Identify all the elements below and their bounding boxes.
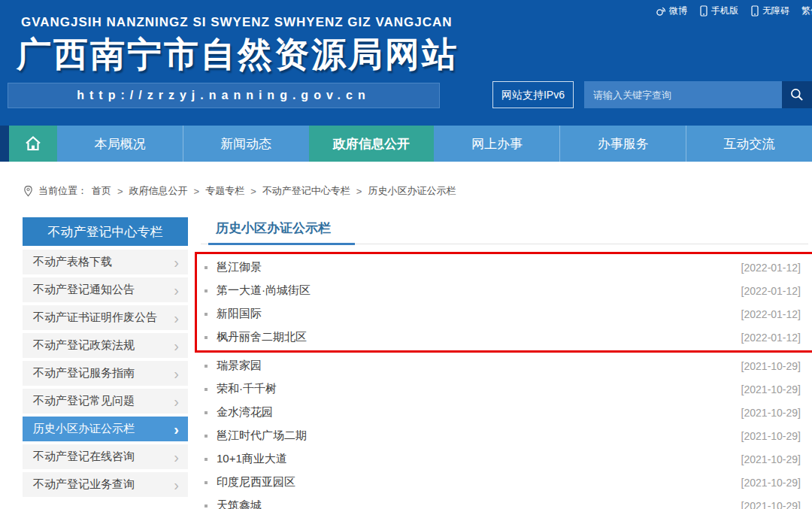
list-item-link[interactable]: 第一大道·尚城街区: [217, 283, 311, 298]
list-item: 邕江御景 [2022-01-12]: [201, 256, 808, 279]
sidebar-item-business-query[interactable]: 不动产登记业务查询›: [23, 472, 188, 497]
list-item: 瑞景家园 [2021-10-29]: [201, 354, 808, 377]
list-item-date: [2022-01-12]: [741, 262, 801, 274]
bullet-icon: [205, 289, 208, 292]
nav-edge-strip: [0, 126, 9, 162]
sidebar-item-label: 不动产登记在线咨询: [33, 450, 135, 464]
nav-home-button[interactable]: [9, 126, 57, 162]
highlight-box: 邕江御景 [2022-01-12] 第一大道·尚城街区 [2022-01-12]…: [195, 252, 812, 353]
location-pin-icon: [23, 185, 34, 198]
site-url: http://zrzyj.nanning.gov.cn: [8, 83, 440, 108]
nav-item-label: 互动交流: [724, 135, 775, 153]
bullet-icon: [205, 313, 208, 316]
nav-item-label: 网上办事: [471, 135, 523, 153]
breadcrumb-realestate-center[interactable]: 不动产登记中心专栏: [262, 184, 350, 198]
nav-item-interaction[interactable]: 互动交流: [686, 126, 812, 162]
list-item-date: [2021-10-29]: [741, 407, 801, 419]
bullet-icon: [205, 458, 208, 461]
breadcrumb-current-page[interactable]: 历史小区办证公示栏: [368, 184, 456, 198]
sidebar-item-certificate-invalidation[interactable]: 不动产证书证明作废公告›: [23, 305, 188, 330]
accessibility-icon: [750, 5, 759, 17]
list-item-link[interactable]: 印度尼西亚园区: [217, 475, 295, 489]
chevron-right-icon: ›: [174, 394, 179, 409]
bullet-icon: [205, 388, 208, 391]
list-item-link[interactable]: 邕江御景: [217, 260, 262, 274]
main-nav: 本局概况 新闻动态 政府信息公开 网上办事 办事服务 互动交流: [0, 126, 812, 162]
nav-item-label: 办事服务: [598, 135, 649, 153]
breadcrumb-home[interactable]: 首页: [92, 184, 111, 198]
weibo-link[interactable]: 微博: [656, 5, 687, 17]
list-item-link[interactable]: 邕江时代广场二期: [217, 429, 307, 443]
bullet-icon: [205, 481, 208, 484]
sidebar-item-policies[interactable]: 不动产登记政策法规›: [23, 333, 188, 358]
bullet-icon: [205, 504, 208, 507]
chevron-right-icon: ›: [174, 477, 179, 492]
sidebar-item-forms-download[interactable]: 不动产表格下载›: [23, 250, 188, 274]
breadcrumb-separator: >: [194, 186, 200, 197]
mobile-version-label: 手机版: [711, 5, 738, 17]
chevron-right-icon: ›: [174, 311, 179, 326]
list-item-link[interactable]: 荣和·千千树: [217, 382, 277, 396]
breadcrumb-separator: >: [356, 186, 362, 197]
list-item-date: [2021-10-29]: [741, 360, 801, 372]
chevron-right-icon: ›: [174, 283, 179, 298]
sidebar-item-historic-community-board[interactable]: 历史小区办证公示栏›: [23, 417, 188, 441]
list-item-link[interactable]: 10+1商业大道: [217, 452, 287, 466]
search-button[interactable]: [782, 81, 812, 108]
accessibility-link[interactable]: 无障碍: [750, 5, 789, 17]
breadcrumb-gov-info[interactable]: 政府信息公开: [129, 184, 188, 198]
list-item: 枫丹丽舍二期北区 [2022-01-12]: [201, 326, 808, 349]
list-item: 邕江时代广场二期 [2021-10-29]: [201, 424, 808, 447]
bullet-icon: [205, 266, 208, 269]
breadcrumb-special-columns[interactable]: 专题专栏: [205, 184, 244, 198]
sidebar-item-notices[interactable]: 不动产登记通知公告›: [23, 277, 188, 302]
nav-item-gov-info-disclosure[interactable]: 政府信息公开: [309, 126, 435, 162]
list-item: 10+1商业大道 [2021-10-29]: [201, 447, 808, 471]
list-item: 天筑鑫城 [2021-10-29]: [201, 494, 808, 509]
mobile-phone-icon: [699, 5, 708, 17]
sidebar-item-label: 不动产证书证明作废公告: [33, 311, 157, 325]
site-name-zhuang: GVANGJSIH NANZNINGZ SI SWYENZ SWHYENZ GI…: [21, 15, 453, 30]
chevron-right-icon: ›: [174, 422, 179, 437]
nav-item-news[interactable]: 新闻动态: [183, 126, 309, 162]
sidebar-item-label: 不动产登记业务查询: [33, 477, 135, 492]
list-item-link[interactable]: 天筑鑫城: [217, 498, 262, 509]
search-input[interactable]: [584, 81, 782, 108]
list-item-date: [2021-10-29]: [741, 453, 801, 465]
nav-item-service-handling[interactable]: 办事服务: [559, 126, 686, 162]
bullet-icon: [205, 435, 208, 438]
nav-item-bureau-overview[interactable]: 本局概况: [57, 126, 183, 162]
traditional-chinese-link[interactable]: 繁体: [801, 5, 812, 17]
bullet-icon: [205, 336, 208, 339]
nav-item-online-services[interactable]: 网上办事: [434, 126, 559, 162]
nav-item-label: 政府信息公开: [333, 135, 410, 153]
list-item-link[interactable]: 瑞景家园: [217, 359, 262, 373]
list-item-link[interactable]: 枫丹丽舍二期北区: [217, 330, 307, 344]
mobile-version-link[interactable]: 手机版: [699, 5, 738, 17]
bullet-icon: [205, 365, 208, 368]
section-header: 历史小区办证公示栏: [201, 217, 808, 244]
site-header: 微博 手机版 无障碍 繁体 GVANGJSIH NANZNINGZ SI SWY…: [0, 0, 812, 126]
sidebar-title: 不动产登记中心专栏: [23, 217, 188, 246]
nav-item-label: 新闻动态: [220, 135, 271, 153]
sidebar-item-service-guide[interactable]: 不动产登记服务指南›: [23, 361, 188, 386]
breadcrumb-prefix: 当前位置：: [38, 184, 87, 198]
list-item-date: [2022-01-12]: [741, 332, 801, 344]
page-title: 历史小区办证公示栏: [216, 221, 331, 235]
sidebar-item-label: 不动产登记常见问题: [33, 394, 135, 408]
list-item-date: [2022-01-12]: [741, 308, 801, 320]
sidebar-item-faq[interactable]: 不动产登记常见问题›: [23, 389, 188, 414]
list-item: 金水湾花园 [2021-10-29]: [201, 401, 808, 424]
topbar: 微博 手机版 无障碍 繁体: [656, 5, 812, 17]
breadcrumb-separator: >: [250, 186, 256, 197]
sidebar-item-online-consultation[interactable]: 不动产登记在线咨询›: [23, 444, 188, 469]
list-item-date: [2022-01-12]: [741, 285, 801, 297]
list-item-link[interactable]: 新阳国际: [217, 307, 262, 321]
ipv6-badge: 网站支持IPv6: [492, 81, 574, 108]
list-item-link[interactable]: 金水湾花园: [217, 405, 273, 420]
list-item-date: [2021-10-29]: [741, 477, 801, 489]
list-item-date: [2021-10-29]: [741, 430, 801, 442]
list-item-date: [2021-10-29]: [741, 500, 801, 509]
site-title: 广西南宁市自然资源局网站: [17, 32, 459, 78]
chevron-right-icon: ›: [174, 450, 179, 465]
